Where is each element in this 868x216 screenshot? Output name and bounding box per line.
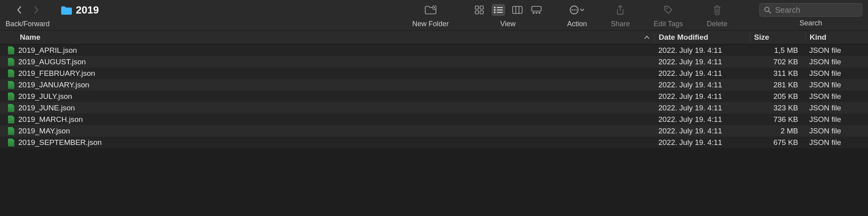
tags-label: Edit Tags	[654, 20, 683, 28]
search-icon	[764, 6, 771, 14]
share-button[interactable]	[613, 4, 627, 16]
back-button[interactable]	[14, 4, 25, 15]
file-name: 2019_JUNE.json	[18, 104, 75, 112]
file-kind: JSON file	[805, 104, 868, 112]
svg-rect-15	[532, 12, 534, 14]
table-row[interactable]: 2019_JULY.json2022. July 19. 4:11205 KBJ…	[0, 91, 868, 102]
view-list-button[interactable]	[492, 4, 505, 16]
svg-rect-17	[538, 12, 540, 14]
svg-rect-14	[532, 6, 541, 11]
chevron-down-icon	[580, 8, 584, 12]
delete-group: Delete	[707, 2, 727, 28]
svg-rect-2	[480, 6, 483, 9]
nav-group: Back/Forward	[6, 2, 50, 28]
file-date: 2022. July 19. 4:11	[654, 69, 750, 78]
file-kind: JSON file	[805, 46, 868, 55]
nav-label: Back/Forward	[6, 20, 50, 28]
share-label: Share	[611, 20, 630, 28]
file-name: 2019_SEPTEMBER.json	[18, 138, 102, 147]
column-kind-label: Kind	[810, 33, 826, 41]
table-row[interactable]: 2019_JUNE.json2022. July 19. 4:11323 KBJ…	[0, 102, 868, 114]
json-file-icon	[8, 81, 14, 89]
file-date: 2022. July 19. 4:11	[654, 127, 750, 135]
column-size-label: Size	[754, 33, 769, 41]
column-size[interactable]: Size	[750, 33, 805, 42]
search-field-wrap[interactable]	[759, 3, 862, 17]
view-columns-button[interactable]	[511, 4, 524, 16]
file-kind: JSON file	[805, 69, 868, 78]
svg-rect-11	[513, 6, 522, 14]
file-date: 2022. July 19. 4:11	[654, 46, 750, 55]
file-date: 2022. July 19. 4:11	[654, 138, 750, 147]
column-name-label: Name	[20, 33, 41, 42]
sort-ascending-icon	[644, 35, 650, 39]
svg-point-22	[666, 8, 667, 9]
svg-point-7	[494, 9, 496, 11]
column-date[interactable]: Date Modified	[654, 33, 750, 42]
file-name: 2019_AUGUST.json	[18, 58, 86, 66]
file-kind: JSON file	[805, 138, 868, 147]
table-row[interactable]: 2019_SEPTEMBER.json2022. July 19. 4:1167…	[0, 137, 868, 148]
json-file-icon	[8, 104, 14, 112]
file-kind: JSON file	[805, 115, 868, 124]
file-kind: JSON file	[805, 81, 868, 89]
file-name: 2019_APRIL.json	[18, 46, 77, 55]
json-file-icon	[8, 127, 14, 135]
table-row[interactable]: 2019_FEBRUARY.json2022. July 19. 4:11311…	[0, 68, 868, 79]
new-folder-button[interactable]	[424, 4, 437, 16]
column-date-label: Date Modified	[659, 33, 708, 41]
json-file-icon	[8, 46, 14, 54]
share-group: Share	[611, 2, 630, 28]
file-date: 2022. July 19. 4:11	[654, 58, 750, 66]
edit-tags-button[interactable]	[662, 4, 675, 16]
action-label: Action	[567, 20, 587, 28]
file-size: 702 KB	[750, 58, 805, 66]
file-kind: JSON file	[805, 92, 868, 101]
svg-rect-6	[497, 7, 503, 8]
file-date: 2022. July 19. 4:11	[654, 92, 750, 101]
column-name[interactable]: Name	[0, 33, 654, 42]
table-row[interactable]: 2019_AUGUST.json2022. July 19. 4:11702 K…	[0, 56, 868, 68]
json-file-icon	[8, 139, 14, 147]
file-size: 2 MB	[750, 127, 805, 135]
svg-point-19	[572, 9, 573, 10]
search-input[interactable]	[775, 6, 858, 15]
file-name: 2019_JULY.json	[18, 92, 72, 101]
table-row[interactable]: 2019_APRIL.json2022. July 19. 4:111,5 MB…	[0, 44, 868, 56]
svg-rect-16	[536, 12, 538, 14]
forward-button[interactable]	[31, 4, 42, 15]
file-size: 1,5 MB	[750, 46, 805, 55]
file-list: 2019_APRIL.json2022. July 19. 4:111,5 MB…	[0, 44, 868, 148]
view-icons-button[interactable]	[473, 4, 486, 16]
file-kind: JSON file	[805, 127, 868, 135]
file-size: 675 KB	[750, 138, 805, 147]
file-size: 736 KB	[750, 115, 805, 124]
svg-point-5	[494, 7, 496, 8]
delete-button[interactable]	[710, 4, 724, 16]
column-kind[interactable]: Kind	[805, 33, 868, 42]
file-size: 205 KB	[750, 92, 805, 101]
svg-point-9	[494, 12, 496, 13]
folder-title: 2019	[61, 4, 99, 16]
view-group: View	[473, 2, 543, 28]
file-size: 311 KB	[750, 69, 805, 78]
action-group: Action	[567, 2, 587, 28]
svg-line-24	[769, 11, 771, 13]
json-file-icon	[8, 93, 14, 100]
table-row[interactable]: 2019_MARCH.json2022. July 19. 4:11736 KB…	[0, 114, 868, 125]
svg-rect-1	[475, 6, 478, 9]
search-label: Search	[799, 19, 822, 27]
table-row[interactable]: 2019_JANUARY.json2022. July 19. 4:11281 …	[0, 79, 868, 91]
file-name: 2019_MAY.json	[18, 127, 70, 135]
svg-rect-3	[475, 11, 478, 14]
file-kind: JSON file	[805, 58, 868, 66]
view-gallery-button[interactable]	[530, 4, 543, 16]
file-name: 2019_JANUARY.json	[18, 81, 89, 89]
toolbar-cluster: New Folder View	[412, 2, 862, 28]
table-row[interactable]: 2019_MAY.json2022. July 19. 4:112 MBJSON…	[0, 125, 868, 137]
toolbar: Back/Forward 2019 New Folder	[0, 0, 868, 30]
action-button[interactable]	[568, 4, 586, 16]
new-folder-label: New Folder	[412, 20, 449, 28]
svg-point-20	[574, 9, 575, 10]
json-file-icon	[8, 58, 14, 66]
